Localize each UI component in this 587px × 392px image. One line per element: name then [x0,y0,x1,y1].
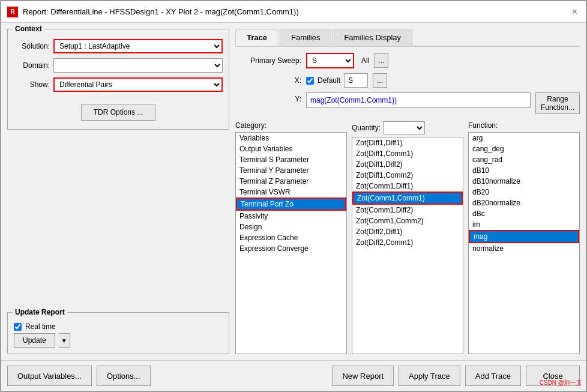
list-item[interactable]: Zot(Diff1,Diff2) [352,159,463,170]
list-item[interactable]: dB20normalize [469,198,579,208]
list-item-terminal-port-zo[interactable]: Terminal Port Zo [236,198,346,211]
category-label: Category: [235,121,266,130]
apply-trace-button[interactable]: Apply Trace [399,366,460,386]
options-button[interactable]: Options... [97,366,151,386]
list-item[interactable]: Zot(Comm1,Diff1) [352,181,463,191]
list-item[interactable]: Output Variables [236,143,346,154]
output-variables-button[interactable]: Output Variables... [7,366,92,386]
list-item-zot-comm1-comm1[interactable]: Zot(Comm1,Comm1) [352,191,463,205]
tab-families[interactable]: Families [280,29,331,46]
solution-select[interactable]: Setup1 : LastAdaptive [53,39,223,53]
realtime-label: Real time [25,322,56,331]
list-item[interactable]: normalize [469,243,579,254]
solution-label: Solution: [14,42,50,50]
list-item[interactable]: Variables [236,133,346,143]
quantity-select[interactable] [383,121,425,134]
list-item[interactable]: Zot(Diff2,Diff1) [352,226,463,237]
context-group: Context Solution: Setup1 : LastAdaptive … [7,29,229,130]
tab-bar: Trace Families Families Display [235,29,580,47]
update-dropdown-arrow[interactable]: ▼ [59,333,70,348]
domain-label: Domain: [14,61,50,70]
function-label: Function: [468,121,498,130]
dialog-title: Report: DifferentialLine - HFSSDesign1 -… [23,7,299,16]
title-bar: R Report: DifferentialLine - HFSSDesign1… [1,1,586,23]
list-item[interactable]: im [469,219,579,230]
list-item[interactable]: Terminal S Parameter [236,154,346,165]
trace-content: Primary Sweep: S All ... X: Default [235,53,580,354]
list-item[interactable]: dB20 [469,187,579,198]
list-item[interactable]: Passivity [236,211,346,222]
list-item[interactable]: Zot(Diff1,Comm1) [352,148,463,159]
app-icon: R [7,7,18,17]
category-list[interactable]: Variables Output Variables Terminal S Pa… [235,132,347,354]
close-icon[interactable]: × [570,7,580,17]
left-panel: Context Solution: Setup1 : LastAdaptive … [7,29,229,354]
list-item[interactable]: dBc [469,208,579,219]
list-item[interactable]: Terminal Z Parameter [236,176,346,187]
context-label: Context [13,25,44,33]
update-report-label: Update Report [13,308,67,316]
function-list[interactable]: arg cang_deg cang_rad dB10 dB10normalize… [468,132,580,354]
realtime-checkbox[interactable] [14,323,22,331]
quantity-list[interactable]: Zot(Diff1,Diff1) Zot(Diff1,Comm1) Zot(Di… [352,137,463,354]
list-item-mag[interactable]: mag [469,230,579,243]
tab-families-display[interactable]: Families Display [333,29,412,46]
list-item[interactable]: Terminal VSWR [236,187,346,198]
list-item[interactable]: dB10 [469,165,579,176]
main-dialog: R Report: DifferentialLine - HFSSDesign1… [0,0,587,392]
list-item[interactable]: Zot(Diff2,Comm1) [352,237,463,248]
bottom-bar: Output Variables... Options... New Repor… [1,360,586,391]
range-function-button[interactable]: RangeFunction... [535,92,580,114]
x-label: X: [235,76,301,85]
list-item[interactable]: Zot(Comm1,Diff2) [352,205,463,216]
y-label: Y: [235,95,301,103]
domain-select[interactable] [53,58,223,73]
update-button[interactable]: Update [14,333,55,348]
show-label: Show: [14,80,50,89]
quantity-section: Quantity: Zot(Diff1,Diff1) Zot(Diff1,Com… [352,121,463,354]
add-trace-button[interactable]: Add Trace [465,366,521,386]
x-ellipsis-button[interactable]: ... [373,73,387,88]
list-item[interactable]: Zot(Comm1,Comm2) [352,216,463,226]
right-panel: Trace Families Families Display Primary … [235,29,580,354]
quantity-label: Quantity: [352,124,381,132]
primary-sweep-label: Primary Sweep: [235,56,301,65]
list-item[interactable]: Design [236,222,346,232]
list-item[interactable]: Zot(Diff1,Diff1) [352,137,463,148]
sweep-ellipsis-button[interactable]: ... [374,53,388,68]
list-item[interactable]: Terminal Y Parameter [236,165,346,176]
list-item[interactable]: cang_rad [469,154,579,165]
category-section: Category: Variables Output Variables Ter… [235,121,347,354]
list-item[interactable]: Zot(Diff1,Comm2) [352,170,463,181]
list-item[interactable]: Expression Cache [236,232,346,243]
sweep-all-text: All [361,56,369,65]
x-default-input[interactable] [344,73,368,88]
tab-trace[interactable]: Trace [235,29,278,46]
update-report-group: Update Report Real time Update ▼ [7,312,229,354]
list-item[interactable]: arg [469,133,579,143]
x-default-checkbox[interactable] [306,77,314,85]
list-item[interactable]: cang_deg [469,143,579,154]
list-item[interactable]: dB10normalize [469,176,579,187]
primary-sweep-select[interactable]: S [306,53,354,68]
new-report-button[interactable]: New Report [332,366,394,386]
function-section: Function: arg cang_deg cang_rad dB10 dB1… [468,121,580,354]
close-button[interactable]: Close [526,366,580,386]
x-default-label: Default [318,76,340,85]
list-item[interactable]: Expression Converge [236,243,346,254]
y-expression-input[interactable] [306,92,531,108]
show-select[interactable]: Differential Pairs All Mixed Mode [53,77,223,92]
tdr-options-button[interactable]: TDR Options ... [81,104,156,121]
